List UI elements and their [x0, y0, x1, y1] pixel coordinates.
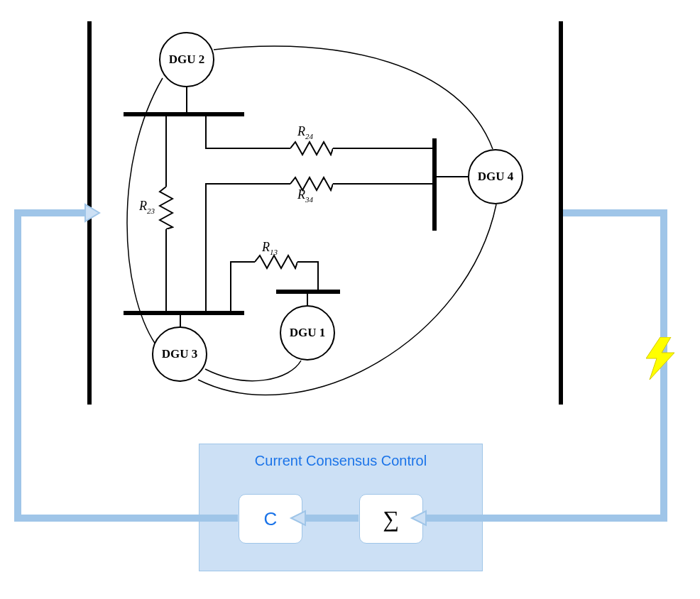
dgu4-node: DGU 4: [468, 149, 523, 204]
stem-dgu4: [436, 176, 469, 177]
r24-drop: [205, 116, 207, 149]
bus-2: [124, 112, 244, 116]
network-box: DGU 2 DGU 4 DGU 3 DGU 1 R23 R24: [87, 21, 563, 405]
stem-dgu2: [186, 87, 187, 114]
r34-label: R34: [297, 187, 313, 204]
dgu2-label: DGU 2: [169, 53, 205, 67]
r23-wire-bottom: [165, 229, 167, 312]
r13-drop: [230, 261, 231, 312]
r13-wire-right: [297, 261, 319, 263]
r24-label: R24: [297, 124, 313, 141]
r24-wire-left: [205, 148, 290, 149]
dgu2-node: DGU 2: [159, 32, 214, 87]
svg-marker-0: [412, 511, 426, 525]
svg-marker-1: [291, 511, 305, 525]
r34-wire-right: [333, 183, 434, 185]
dgu3-label: DGU 3: [162, 347, 198, 361]
dgu1-label: DGU 1: [290, 326, 326, 340]
diagram-canvas: DGU 2 DGU 4 DGU 3 DGU 1 R23 R24: [0, 0, 700, 599]
r34-wire-left: [205, 183, 290, 185]
r24-wire-right: [333, 148, 434, 149]
svg-marker-3: [646, 337, 674, 380]
r13-wire-left: [230, 261, 255, 263]
dgu4-label: DGU 4: [478, 170, 514, 184]
dgu1-node: DGU 1: [280, 305, 335, 361]
bus-1: [276, 290, 340, 294]
r13-label: R13: [262, 240, 278, 256]
r23-label: R23: [139, 199, 155, 215]
r34-drop: [205, 183, 207, 312]
r23-wire-top: [165, 116, 167, 187]
r13-drop2: [317, 261, 319, 291]
stem-dgu1: [307, 292, 308, 307]
attack-bolt-icon: [646, 337, 678, 380]
dgu3-node: DGU 3: [152, 326, 207, 382]
bus-4: [432, 138, 437, 231]
bus-3: [124, 311, 244, 315]
